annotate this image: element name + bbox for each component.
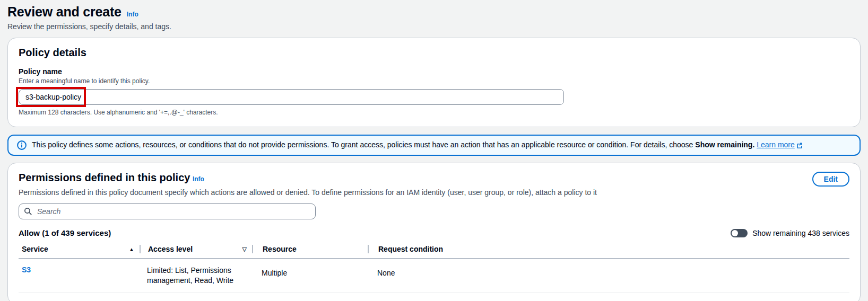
info-banner: This policy defines some actions, resour… [7,135,861,156]
search-input[interactable] [19,203,316,219]
info-circle-icon [17,140,27,150]
column-header-request-condition: Request condition [368,245,849,253]
request-condition-cell: None [368,265,849,286]
banner-bold-text: Show remaining. [695,140,754,149]
resource-cell: Multiple [252,265,368,286]
permissions-table: Service ▲ Access level ▽ Resource Reques… [19,245,849,293]
banner-message: This policy defines some actions, resour… [32,140,803,150]
filter-icon: ▽ [242,246,247,253]
column-header-label: Service [22,245,48,253]
show-remaining-toggle-label: Show remaining 438 services [752,229,849,237]
page-info-link[interactable]: Info [127,11,138,18]
page-title: Review and create [7,4,121,20]
banner-text: This policy defines some actions, resour… [32,140,693,149]
access-level-cell: Limited: List, Permissions management, R… [140,265,252,286]
toggle-knob [732,230,738,236]
policy-name-input[interactable] [19,89,564,105]
column-header-label: Resource [263,245,297,253]
allow-summary: Allow (1 of 439 services) [19,228,111,237]
column-header-label: Access level [148,245,193,253]
show-remaining-toggle[interactable] [731,229,748,237]
service-link-s3[interactable]: S3 [22,265,31,274]
permissions-info-link[interactable]: Info [193,175,204,183]
policy-name-constraint: Maximum 128 characters. Use alphanumeric… [19,109,849,116]
page-header: Review and create Info Review the permis… [7,3,861,31]
policy-name-label: Policy name [19,67,849,76]
column-header-access-level[interactable]: Access level ▽ [140,245,252,253]
policy-details-card: Policy details Policy name Enter a meani… [7,38,861,127]
permissions-header-text: Permissions defined in this policy Info … [19,172,597,197]
permissions-card: Permissions defined in this policy Info … [7,163,861,301]
external-link-icon [796,141,803,150]
sort-ascending-icon: ▲ [129,246,134,252]
policy-name-description: Enter a meaningful name to identify this… [19,77,849,85]
permissions-description: Permissions defined in this policy docum… [19,188,597,197]
policy-name-field: Policy name Enter a meaningful name to i… [19,67,849,116]
review-and-create-page: Review and create Info Review the permis… [0,0,868,301]
edit-button[interactable]: Edit [812,172,849,187]
column-header-resource: Resource [252,245,368,253]
table-header-row: Service ▲ Access level ▽ Resource Reques… [19,245,849,259]
table-row: S3 Limited: List, Permissions management… [19,259,849,293]
show-remaining-toggle-group: Show remaining 438 services [731,229,849,237]
page-subtitle: Review the permissions, specify details,… [7,22,861,31]
learn-more-link[interactable]: Learn more [757,140,803,149]
column-header-label: Request condition [378,245,443,253]
column-header-service[interactable]: Service ▲ [19,245,140,253]
permissions-heading: Permissions defined in this policy [19,172,190,183]
search-icon [24,207,32,218]
learn-more-label: Learn more [757,140,795,149]
policy-details-heading: Policy details [19,47,86,58]
